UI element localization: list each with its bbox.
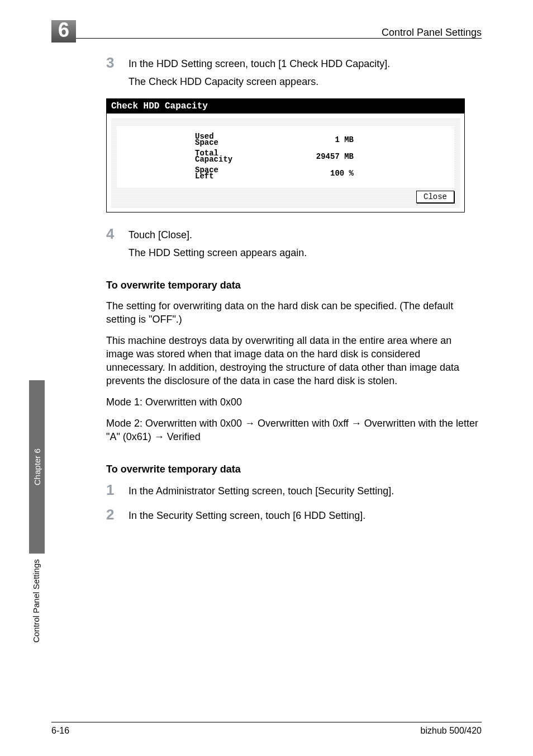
chapter-badge: 6: [51, 20, 76, 42]
side-chapter-tab: Chapter 6: [29, 380, 45, 554]
step-subtext: The HDD Setting screen appears again.: [129, 246, 482, 259]
paragraph-mode1: Mode 1: Overwritten with 0x00: [106, 395, 482, 409]
step-3: 3 In the HDD Setting screen, touch [1 Ch…: [106, 56, 482, 70]
step-text: In the Security Setting screen, touch [6…: [129, 509, 365, 522]
mode2-text: Verified: [164, 431, 201, 442]
paragraph-mode2: Mode 2: Overwritten with 0x00 → Overwrit…: [106, 417, 482, 443]
mode2-text: Overwritten with 0xff: [255, 418, 351, 429]
step-text: In the Administrator Setting screen, tou…: [129, 484, 394, 498]
step-number: 3: [106, 56, 129, 69]
step-text: In the HDD Setting screen, touch [1 Chec…: [129, 57, 390, 70]
label-space-left: Space Left: [195, 167, 218, 179]
step-text: Touch [Close].: [129, 228, 192, 242]
close-button[interactable]: Close: [416, 191, 454, 203]
step-number: 1: [106, 483, 129, 497]
step-4: 4 Touch [Close].: [106, 227, 482, 242]
footer-model: bizhub 500/420: [421, 726, 482, 736]
row-total-capacity: Total Capacity 29457 MB: [195, 148, 354, 165]
value-total-capacity: 29457 MB: [298, 152, 354, 161]
step-number: 4: [106, 227, 129, 240]
section-heading: To overwrite temporary data: [106, 280, 482, 291]
arrow-icon: →: [351, 418, 361, 429]
label-total-capacity: Total Capacity: [195, 150, 232, 163]
arrow-icon: →: [154, 431, 164, 442]
value-used-space: 1 MB: [298, 135, 354, 144]
paragraph: This machine destroys data by overwritin…: [106, 334, 482, 388]
panel-title: Check HDD Capacity: [107, 99, 464, 114]
side-section-label: Control Panel Settings: [31, 559, 41, 642]
label-used-space: Used Space: [195, 134, 218, 146]
header-rule: [51, 38, 482, 39]
mode2-text: Mode 2: Overwritten with 0x00: [106, 418, 245, 429]
value-space-left: 100 %: [298, 169, 354, 178]
section-heading: To overwrite temporary data: [106, 464, 482, 475]
row-used-space: Used Space 1 MB: [195, 131, 354, 148]
step-number: 2: [106, 508, 129, 521]
row-space-left: Space Left 100 %: [195, 165, 354, 182]
arrow-icon: →: [245, 418, 255, 429]
hdd-capacity-panel: Check HDD Capacity Used Space 1 MB Total…: [106, 98, 465, 212]
paragraph: The setting for overwriting data on the …: [106, 299, 482, 326]
footer-rule: [51, 722, 482, 722]
footer-page-number: 6-16: [51, 726, 69, 736]
step-subtext: The Check HDD Capacity screen appears.: [129, 75, 482, 88]
page-header-title: Control Panel Settings: [382, 27, 482, 39]
step-1: 1 In the Administrator Setting screen, t…: [106, 483, 482, 498]
step-2: 2 In the Security Setting screen, touch …: [106, 508, 482, 522]
